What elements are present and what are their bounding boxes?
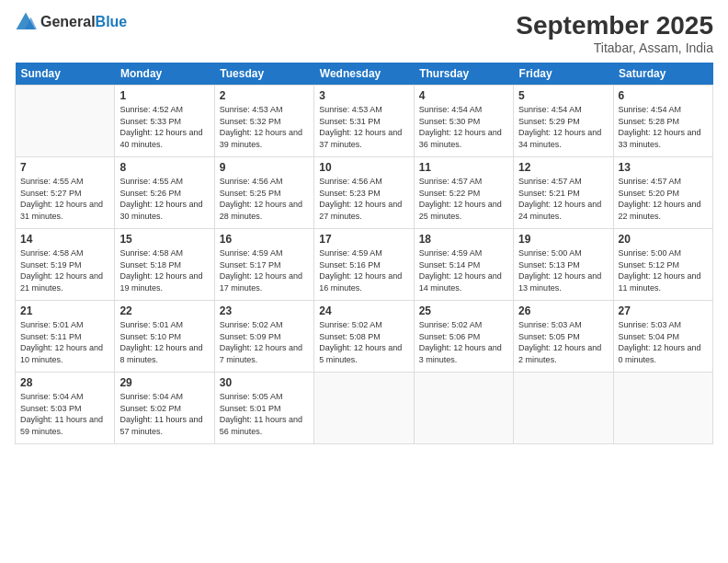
day-info: Sunrise: 5:02 AM Sunset: 5:08 PM Dayligh… [319, 319, 408, 365]
day-number: 15 [119, 233, 209, 246]
cell-w1-d4: 4Sunrise: 4:54 AM Sunset: 5:30 PM Daylig… [414, 86, 513, 157]
day-number: 6 [619, 89, 708, 102]
day-number: 19 [518, 233, 608, 246]
cell-w3-d1: 15Sunrise: 4:58 AM Sunset: 5:18 PM Dayli… [115, 229, 214, 301]
cell-w1-d5: 5Sunrise: 4:54 AM Sunset: 5:29 PM Daylig… [514, 86, 613, 157]
day-info: Sunrise: 5:03 AM Sunset: 5:05 PM Dayligh… [518, 319, 608, 365]
cell-w5-d0: 28Sunrise: 5:04 AM Sunset: 5:03 PM Dayli… [16, 373, 115, 444]
calendar-table: Sunday Monday Tuesday Wednesday Thursday… [15, 63, 713, 444]
day-info: Sunrise: 4:57 AM Sunset: 5:20 PM Dayligh… [619, 176, 708, 222]
day-info: Sunrise: 5:04 AM Sunset: 5:02 PM Dayligh… [119, 391, 209, 437]
day-info: Sunrise: 5:01 AM Sunset: 5:10 PM Dayligh… [119, 319, 209, 365]
cell-w3-d3: 17Sunrise: 4:59 AM Sunset: 5:16 PM Dayli… [314, 229, 414, 301]
cell-w2-d4: 11Sunrise: 4:57 AM Sunset: 5:22 PM Dayli… [414, 157, 513, 229]
day-number: 8 [119, 161, 209, 174]
day-info: Sunrise: 5:05 AM Sunset: 5:01 PM Dayligh… [220, 391, 309, 437]
cell-w2-d6: 13Sunrise: 4:57 AM Sunset: 5:20 PM Dayli… [613, 157, 712, 229]
day-info: Sunrise: 4:59 AM Sunset: 5:14 PM Dayligh… [419, 247, 508, 293]
day-number: 20 [619, 233, 708, 246]
cell-w1-d2: 2Sunrise: 4:53 AM Sunset: 5:32 PM Daylig… [214, 86, 313, 157]
day-number: 5 [518, 89, 608, 102]
cell-w3-d0: 14Sunrise: 4:58 AM Sunset: 5:19 PM Dayli… [16, 229, 115, 301]
day-number: 29 [119, 376, 209, 389]
col-sunday: Sunday [16, 63, 115, 86]
cell-w2-d1: 8Sunrise: 4:55 AM Sunset: 5:26 PM Daylig… [115, 157, 214, 229]
day-number: 23 [220, 304, 309, 317]
day-info: Sunrise: 4:56 AM Sunset: 5:23 PM Dayligh… [319, 176, 408, 222]
logo: GeneralBlue [15, 11, 127, 33]
day-info: Sunrise: 4:53 AM Sunset: 5:32 PM Dayligh… [220, 104, 309, 150]
cell-w1-d6: 6Sunrise: 4:54 AM Sunset: 5:28 PM Daylig… [613, 86, 712, 157]
day-info: Sunrise: 4:52 AM Sunset: 5:33 PM Dayligh… [119, 104, 209, 150]
cell-w5-d3 [314, 373, 414, 444]
day-number: 27 [619, 304, 708, 317]
day-number: 3 [319, 89, 408, 102]
cell-w3-d6: 20Sunrise: 5:00 AM Sunset: 5:12 PM Dayli… [613, 229, 712, 301]
col-friday: Friday [514, 63, 613, 86]
day-info: Sunrise: 4:59 AM Sunset: 5:16 PM Dayligh… [319, 247, 408, 293]
logo-icon [15, 11, 37, 33]
title-section: September 2025 Titabar, Assam, India [516, 11, 713, 55]
day-info: Sunrise: 5:04 AM Sunset: 5:03 PM Dayligh… [20, 391, 109, 437]
cell-w4-d6: 27Sunrise: 5:03 AM Sunset: 5:04 PM Dayli… [613, 301, 712, 373]
cell-w2-d5: 12Sunrise: 4:57 AM Sunset: 5:21 PM Dayli… [514, 157, 613, 229]
logo-blue: Blue [96, 14, 128, 29]
day-number: 12 [518, 161, 608, 174]
day-info: Sunrise: 5:00 AM Sunset: 5:13 PM Dayligh… [518, 247, 608, 293]
month-title: September 2025 [516, 11, 713, 40]
header-row: Sunday Monday Tuesday Wednesday Thursday… [16, 63, 713, 86]
day-number: 10 [319, 161, 408, 174]
day-number: 2 [220, 89, 309, 102]
day-info: Sunrise: 4:55 AM Sunset: 5:26 PM Dayligh… [119, 176, 209, 222]
day-info: Sunrise: 5:01 AM Sunset: 5:11 PM Dayligh… [20, 319, 109, 365]
week-row-5: 28Sunrise: 5:04 AM Sunset: 5:03 PM Dayli… [16, 373, 713, 444]
cell-w2-d0: 7Sunrise: 4:55 AM Sunset: 5:27 PM Daylig… [16, 157, 115, 229]
day-number: 13 [619, 161, 708, 174]
cell-w1-d3: 3Sunrise: 4:53 AM Sunset: 5:31 PM Daylig… [314, 86, 414, 157]
cell-w4-d4: 25Sunrise: 5:02 AM Sunset: 5:06 PM Dayli… [414, 301, 513, 373]
day-info: Sunrise: 4:58 AM Sunset: 5:19 PM Dayligh… [20, 247, 109, 293]
day-info: Sunrise: 4:57 AM Sunset: 5:21 PM Dayligh… [518, 176, 608, 222]
logo-general: General [40, 14, 96, 29]
cell-w4-d5: 26Sunrise: 5:03 AM Sunset: 5:05 PM Dayli… [514, 301, 613, 373]
day-number: 26 [518, 304, 608, 317]
day-number: 22 [119, 304, 209, 317]
col-tuesday: Tuesday [214, 63, 313, 86]
week-row-4: 21Sunrise: 5:01 AM Sunset: 5:11 PM Dayli… [16, 301, 713, 373]
cell-w1-d1: 1Sunrise: 4:52 AM Sunset: 5:33 PM Daylig… [115, 86, 214, 157]
day-info: Sunrise: 5:00 AM Sunset: 5:12 PM Dayligh… [619, 247, 708, 293]
day-number: 4 [419, 89, 508, 102]
cell-w5-d6 [613, 373, 712, 444]
cell-w2-d2: 9Sunrise: 4:56 AM Sunset: 5:25 PM Daylig… [214, 157, 313, 229]
cell-w1-d0 [16, 86, 115, 157]
cell-w3-d2: 16Sunrise: 4:59 AM Sunset: 5:17 PM Dayli… [214, 229, 313, 301]
col-wednesday: Wednesday [314, 63, 414, 86]
day-number: 9 [220, 161, 309, 174]
page-header: GeneralBlue September 2025 Titabar, Assa… [15, 11, 713, 55]
day-number: 1 [119, 89, 209, 102]
day-number: 28 [20, 376, 109, 389]
day-info: Sunrise: 5:02 AM Sunset: 5:06 PM Dayligh… [419, 319, 508, 365]
cell-w5-d5 [514, 373, 613, 444]
cell-w5-d1: 29Sunrise: 5:04 AM Sunset: 5:02 PM Dayli… [115, 373, 214, 444]
day-number: 25 [419, 304, 508, 317]
day-info: Sunrise: 4:57 AM Sunset: 5:22 PM Dayligh… [419, 176, 508, 222]
cell-w2-d3: 10Sunrise: 4:56 AM Sunset: 5:23 PM Dayli… [314, 157, 414, 229]
logo-text: GeneralBlue [40, 14, 127, 30]
day-info: Sunrise: 4:54 AM Sunset: 5:30 PM Dayligh… [419, 104, 508, 150]
page-container: GeneralBlue September 2025 Titabar, Assa… [0, 0, 728, 563]
day-number: 18 [419, 233, 508, 246]
cell-w3-d5: 19Sunrise: 5:00 AM Sunset: 5:13 PM Dayli… [514, 229, 613, 301]
col-monday: Monday [115, 63, 214, 86]
cell-w5-d2: 30Sunrise: 5:05 AM Sunset: 5:01 PM Dayli… [214, 373, 313, 444]
day-number: 30 [220, 376, 309, 389]
day-number: 21 [20, 304, 109, 317]
day-info: Sunrise: 4:54 AM Sunset: 5:29 PM Dayligh… [518, 104, 608, 150]
day-info: Sunrise: 4:59 AM Sunset: 5:17 PM Dayligh… [220, 247, 309, 293]
day-info: Sunrise: 5:02 AM Sunset: 5:09 PM Dayligh… [220, 319, 309, 365]
cell-w3-d4: 18Sunrise: 4:59 AM Sunset: 5:14 PM Dayli… [414, 229, 513, 301]
day-info: Sunrise: 4:55 AM Sunset: 5:27 PM Dayligh… [20, 176, 109, 222]
col-saturday: Saturday [613, 63, 712, 86]
day-number: 11 [419, 161, 508, 174]
day-number: 17 [319, 233, 408, 246]
